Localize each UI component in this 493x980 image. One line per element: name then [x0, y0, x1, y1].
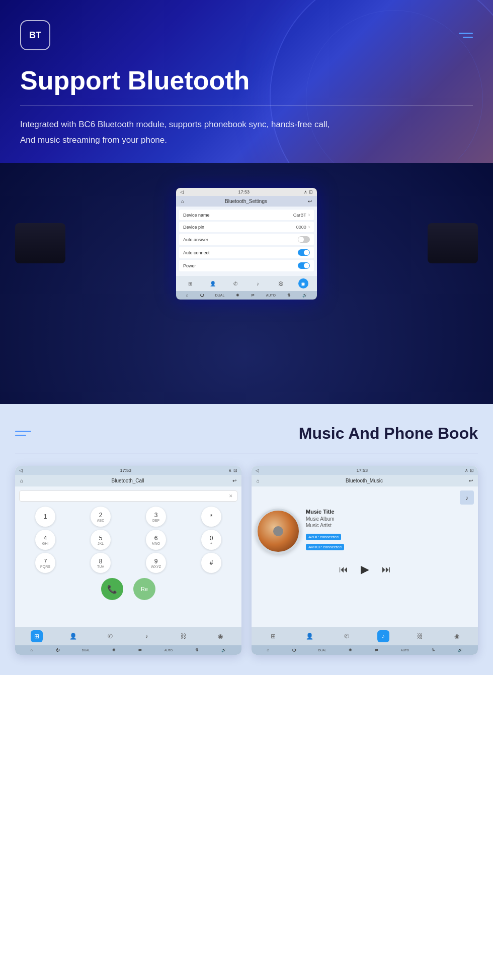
key-3[interactable]: 3DEF — [146, 507, 166, 527]
music-bottom-arrows[interactable]: ⇅ — [432, 648, 435, 652]
call-nav-grid[interactable]: ⊞ — [31, 630, 43, 642]
music-controls: ⏮ ▶ ⏭ — [256, 559, 474, 580]
music-bottom-vol[interactable]: 🔊 — [458, 648, 463, 652]
key-9[interactable]: 9WXYZ — [146, 553, 166, 573]
music-nav-link[interactable]: ⛓ — [414, 630, 426, 642]
power-row[interactable]: Power — [179, 260, 314, 271]
music-bottom-auto[interactable]: AUTO — [401, 649, 409, 652]
hero-top-bar: BT — [20, 20, 473, 50]
nav-link-icon[interactable]: ⛓ — [276, 278, 286, 288]
music-screen: ◁ 17:53 ∧ ⊡ ⌂ Bluetooth_Music ↩ ♪ Mus — [252, 466, 478, 655]
music-nav-person[interactable]: 👤 — [304, 630, 316, 642]
nav-eye-icon[interactable]: ◉ — [298, 278, 308, 288]
call-bottom-fan[interactable]: ✺ — [112, 648, 116, 652]
next-button[interactable]: ⏭ — [382, 564, 391, 575]
music-nav-eye[interactable]: ◉ — [451, 630, 463, 642]
hamburger-menu-icon[interactable] — [459, 33, 473, 38]
music-bottom-dual[interactable]: DUAL — [318, 649, 326, 652]
call-search-bar[interactable]: ✕ — [19, 491, 237, 502]
auto-answer-row[interactable]: Auto answer — [179, 234, 314, 245]
call-button[interactable]: 📞 — [101, 578, 123, 600]
screen-header: ⌂ Bluetooth_Settings ↩ — [176, 196, 317, 207]
page-title: Support Bluetooth — [20, 65, 473, 95]
music-content: Music Title Music Album Music Artist A2D… — [256, 509, 474, 554]
key-8[interactable]: 8TUV — [91, 553, 111, 573]
device-name-row[interactable]: Device name CarBT › — [179, 210, 314, 220]
hero-divider — [20, 106, 473, 106]
music-home-icon[interactable]: ⌂ — [257, 478, 260, 483]
music-nav-grid[interactable]: ⊞ — [267, 630, 279, 642]
bottom-fan[interactable]: ✺ — [236, 293, 239, 298]
bottom-auto[interactable]: AUTO — [266, 293, 276, 297]
call-nav-bar: ⊞ 👤 ✆ ♪ ⛓ ◉ — [15, 627, 241, 645]
redial-button[interactable]: Re — [133, 578, 155, 600]
call-back-icon[interactable]: ◁ — [19, 468, 23, 473]
bottom-divider — [15, 453, 478, 453]
nav-phone-icon[interactable]: ✆ — [230, 278, 240, 288]
call-time: 17:53 — [120, 468, 131, 473]
key-0[interactable]: 0+ — [201, 530, 221, 550]
bottom-menu-icon[interactable] — [15, 431, 31, 436]
screen-back-icon[interactable]: ◁ — [180, 189, 184, 194]
bottom-ac[interactable]: ⇌ — [251, 293, 255, 298]
call-action-buttons: 📞 Re — [19, 578, 237, 600]
music-nav-bar: ⊞ 👤 ✆ ♪ ⛓ ◉ — [252, 627, 478, 645]
key-star[interactable]: * — [201, 507, 221, 527]
play-button[interactable]: ▶ — [361, 563, 369, 576]
bottom-dual[interactable]: DUAL — [215, 293, 225, 297]
key-5[interactable]: 5JKL — [91, 530, 111, 550]
music-header: ⌂ Bluetooth_Music ↩ — [252, 475, 478, 486]
auto-connect-toggle[interactable] — [298, 249, 310, 256]
call-nav-music[interactable]: ♪ — [141, 630, 153, 642]
screen-back-btn[interactable]: ↩ — [308, 199, 312, 204]
nav-music-icon[interactable]: ♪ — [253, 278, 263, 288]
call-back-btn[interactable]: ↩ — [232, 478, 236, 483]
screen-home-icon[interactable]: ⌂ — [181, 199, 184, 204]
music-nav-music[interactable]: ♪ — [377, 630, 389, 642]
call-title: Bluetooth_Call — [112, 478, 144, 483]
call-nav-phone[interactable]: ✆ — [104, 630, 116, 642]
call-nav-eye[interactable]: ◉ — [214, 630, 226, 642]
call-bottom-arrows[interactable]: ⇅ — [195, 648, 199, 652]
screen-time: 17:53 — [238, 189, 250, 194]
music-bottom-fan[interactable]: ✺ — [349, 648, 352, 652]
call-bottom-vol[interactable]: 🔊 — [221, 648, 226, 652]
call-bottom-dual[interactable]: DUAL — [82, 649, 90, 652]
auto-answer-toggle[interactable] — [298, 236, 310, 243]
bottom-arrows[interactable]: ⇅ — [287, 293, 291, 298]
call-home-icon[interactable]: ⌂ — [20, 478, 23, 483]
music-nav-phone[interactable]: ✆ — [341, 630, 353, 642]
key-hash[interactable]: # — [201, 553, 221, 573]
music-back-icon[interactable]: ◁ — [256, 468, 259, 473]
nav-person-icon[interactable]: 👤 — [208, 278, 218, 288]
call-bottom-power[interactable]: ⏻ — [55, 648, 59, 652]
call-bottom-auto[interactable]: AUTO — [165, 649, 173, 652]
music-bottom-home[interactable]: ⌂ — [267, 648, 269, 652]
bottom-vol[interactable]: 🔊 — [302, 293, 307, 298]
music-bottom-power[interactable]: ⏻ — [292, 648, 296, 652]
call-bottom-home[interactable]: ⌂ — [30, 648, 33, 652]
call-nav-link[interactable]: ⛓ — [178, 630, 190, 642]
key-7[interactable]: 7PQRS — [35, 553, 55, 573]
prev-button[interactable]: ⏮ — [339, 564, 348, 575]
key-6[interactable]: 6MNO — [146, 530, 166, 550]
nav-grid-icon[interactable]: ⊞ — [185, 278, 195, 288]
bottom-home[interactable]: ⌂ — [186, 293, 188, 298]
auto-answer-label: Auto answer — [183, 237, 208, 242]
music-back-btn[interactable]: ↩ — [469, 478, 473, 483]
music-note-icon[interactable]: ♪ — [460, 491, 474, 505]
music-bottom-ac[interactable]: ⇌ — [375, 648, 378, 652]
call-nav-person[interactable]: 👤 — [67, 630, 79, 642]
power-toggle[interactable] — [298, 262, 310, 269]
bottom-power[interactable]: ⏻ — [200, 293, 204, 298]
key-4[interactable]: 4GHI — [35, 530, 55, 550]
auto-connect-row[interactable]: Auto connect — [179, 247, 314, 258]
key-2[interactable]: 2ABC — [91, 507, 111, 527]
key-1[interactable]: 1 — [35, 507, 55, 527]
call-bottom-ac[interactable]: ⇌ — [138, 648, 142, 652]
chevron-icon-2: › — [308, 224, 310, 230]
music-time: 17:53 — [356, 468, 368, 473]
search-clear-icon[interactable]: ✕ — [229, 494, 233, 499]
device-pin-row[interactable]: Device pin 0000 › — [179, 222, 314, 232]
bottom-section: Music And Phone Book ◁ 17:53 ∧ ⊡ ⌂ Bluet… — [0, 404, 493, 675]
